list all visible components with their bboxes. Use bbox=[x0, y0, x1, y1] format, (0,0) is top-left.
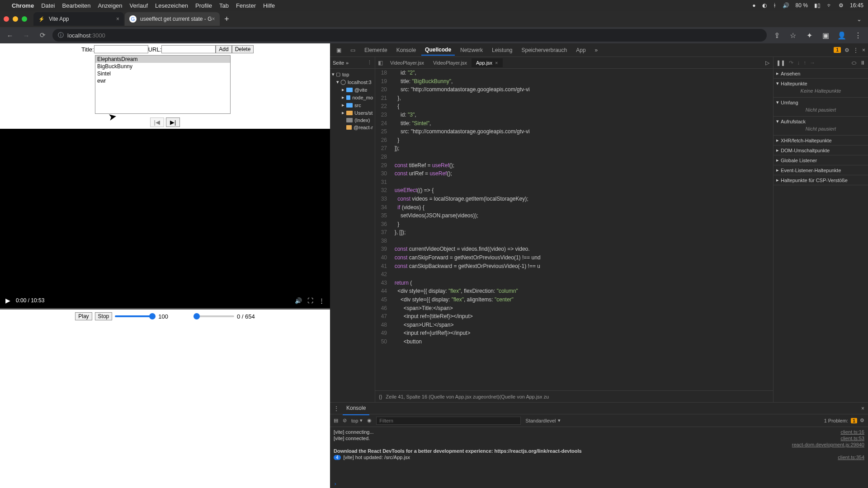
dt-tab-elements[interactable]: Elemente bbox=[361, 45, 391, 55]
tree-node[interactable]: @react-r bbox=[330, 124, 375, 131]
forward-button[interactable]: → bbox=[20, 29, 33, 42]
stop-button[interactable]: Stop bbox=[95, 312, 113, 320]
fullscreen-icon[interactable]: ⛶ bbox=[307, 297, 313, 304]
play-icon[interactable]: ▶ bbox=[5, 297, 10, 304]
prev-button[interactable]: |◀ bbox=[150, 117, 164, 127]
step-icon[interactable]: → bbox=[810, 60, 815, 66]
pause-exceptions-icon[interactable]: ⏸ bbox=[860, 60, 865, 66]
dt-tab-console[interactable]: Konsole bbox=[393, 45, 420, 55]
bookmark-icon[interactable]: ☆ bbox=[787, 29, 799, 42]
tree-node[interactable]: (Index) bbox=[330, 117, 375, 124]
close-icon[interactable]: × bbox=[861, 405, 864, 412]
menu-item[interactable]: Datei bbox=[41, 2, 55, 9]
menu-item[interactable]: Hilfe bbox=[263, 2, 275, 9]
event-section[interactable]: ▸ Event-Listener-Haltepunkte bbox=[776, 167, 865, 173]
breakpoints-section[interactable]: ▾ Haltepunkte bbox=[776, 80, 865, 86]
menu-item[interactable]: Verlauf bbox=[130, 2, 148, 9]
play-button[interactable]: Play bbox=[75, 312, 92, 320]
tree-node[interactable]: ▸ Users/st bbox=[330, 109, 375, 117]
dt-tab-performance[interactable]: Leistung bbox=[488, 45, 516, 55]
step-over-icon[interactable]: ↷ bbox=[789, 60, 793, 66]
menu-item[interactable]: Lesezeichen bbox=[155, 2, 188, 9]
list-item[interactable]: ewr bbox=[95, 77, 230, 84]
control-center-icon[interactable]: ⚙ bbox=[839, 2, 844, 9]
console-log[interactable]: [vite] connecting...client.ts:16[vite] c… bbox=[330, 427, 868, 480]
tree-node[interactable]: ▾ ◯ localhost:3 bbox=[330, 78, 375, 86]
deactivate-bp-icon[interactable]: ⬭ bbox=[852, 60, 856, 66]
sidebar-icon[interactable]: ▤ bbox=[334, 418, 338, 423]
device-icon[interactable]: ▭ bbox=[347, 45, 359, 55]
more-icon[interactable]: » bbox=[346, 60, 349, 66]
kebab-icon[interactable]: ⋮ bbox=[367, 60, 372, 66]
tree-node[interactable]: ▸ node_mo bbox=[330, 94, 375, 101]
eye-icon[interactable]: ◉ bbox=[367, 418, 372, 423]
add-button[interactable]: Add bbox=[216, 45, 231, 53]
close-icon[interactable]: × bbox=[116, 16, 119, 22]
site-info-icon[interactable]: ⓘ bbox=[58, 31, 64, 39]
dt-tab-memory[interactable]: Speicherverbrauch bbox=[518, 45, 571, 55]
close-icon[interactable]: × bbox=[495, 60, 498, 66]
extensions-icon[interactable]: ✦ bbox=[803, 29, 816, 42]
dt-tab-app[interactable]: App bbox=[572, 45, 589, 55]
callstack-section[interactable]: ▾ Aufrufstack bbox=[776, 118, 865, 124]
share-icon[interactable]: ⇪ bbox=[770, 29, 783, 42]
step-into-icon[interactable]: ↓ bbox=[797, 60, 800, 66]
volume-slider[interactable] bbox=[115, 315, 156, 317]
clear-icon[interactable]: ⊘ bbox=[343, 418, 347, 423]
run-icon[interactable]: ▷ bbox=[762, 60, 773, 66]
menu-item[interactable]: Fenster bbox=[236, 2, 256, 9]
editor-nav-icon[interactable]: ◧ bbox=[375, 60, 386, 66]
more-icon[interactable]: ⋮ bbox=[319, 297, 325, 304]
window-minimize-icon[interactable] bbox=[13, 16, 18, 22]
csp-section[interactable]: ▸ Haltepunkte für CSP-Verstöße bbox=[776, 177, 865, 183]
dom-section[interactable]: ▸ DOM-Umschaltpunkte bbox=[776, 147, 865, 153]
list-item[interactable]: BigBuckBunny bbox=[95, 63, 230, 70]
video-list[interactable]: ElephantsDream BigBuckBunny Sintel ewr bbox=[95, 55, 231, 114]
level-selector[interactable]: Standardlevel ▾ bbox=[525, 418, 560, 423]
bluetooth-icon[interactable]: ᚼ bbox=[773, 2, 776, 9]
problems-count[interactable]: 1 bbox=[851, 418, 857, 423]
menu-icon[interactable]: ⋮ bbox=[852, 29, 864, 42]
close-icon[interactable]: × bbox=[212, 16, 215, 22]
new-tab-button[interactable]: + bbox=[221, 13, 233, 25]
tree-node[interactable]: ▸ src bbox=[330, 101, 375, 109]
settings-icon[interactable]: ⚙ bbox=[860, 418, 864, 423]
back-button[interactable]: ← bbox=[4, 29, 16, 42]
warning-badge[interactable]: 1 bbox=[834, 47, 841, 53]
drawer-menu-icon[interactable]: ⋮ bbox=[334, 405, 339, 412]
position-slider[interactable] bbox=[193, 315, 234, 317]
scope-section[interactable]: ▾ Umfang bbox=[776, 99, 865, 105]
menu-item[interactable]: Profile bbox=[195, 2, 212, 9]
delete-button[interactable]: Delete bbox=[232, 45, 254, 53]
settings-icon[interactable]: ⚙ bbox=[844, 47, 849, 53]
more-tabs-icon[interactable]: » bbox=[591, 45, 602, 55]
page-tab[interactable]: Seite bbox=[333, 60, 344, 66]
tree-node[interactable]: ▸ @vite bbox=[330, 86, 375, 94]
dt-tab-sources[interactable]: Quellcode bbox=[421, 45, 455, 56]
list-item[interactable]: ElephantsDream bbox=[95, 56, 230, 63]
app-name[interactable]: Chrome bbox=[12, 2, 34, 9]
watch-section[interactable]: ▸ Ansehen bbox=[776, 70, 865, 76]
braces-icon[interactable]: {} bbox=[379, 394, 382, 399]
dt-close-icon[interactable]: × bbox=[862, 47, 865, 53]
reload-button[interactable]: ⟳ bbox=[36, 29, 49, 42]
volume-icon[interactable]: 🔊 bbox=[783, 2, 789, 9]
menu-item[interactable]: Bearbeiten bbox=[62, 2, 90, 9]
title-input[interactable] bbox=[94, 45, 148, 53]
console-prompt[interactable]: › bbox=[330, 480, 868, 488]
tree-node[interactable]: ▾ ▢ top bbox=[330, 70, 375, 78]
xhr-section[interactable]: ▸ XHR/fetch-Haltepunkte bbox=[776, 137, 865, 143]
volume-icon[interactable]: 🔊 bbox=[295, 297, 302, 304]
profile-icon[interactable]: 👤 bbox=[835, 29, 848, 42]
dt-tab-network[interactable]: Netzwerk bbox=[457, 45, 486, 55]
console-tab[interactable]: Konsole bbox=[343, 402, 369, 415]
url-input[interactable] bbox=[161, 45, 216, 53]
address-bar[interactable]: ⓘ localhost:3000 bbox=[52, 29, 767, 42]
tab-overflow-icon[interactable]: ⌄ bbox=[857, 16, 864, 23]
global-section[interactable]: ▸ Globale Listener bbox=[776, 157, 865, 163]
wifi-icon[interactable]: ᯤ bbox=[827, 2, 832, 9]
window-maximize-icon[interactable] bbox=[22, 16, 27, 22]
editor-tab[interactable]: App.jsx× bbox=[472, 58, 503, 67]
context-selector[interactable]: top ▾ bbox=[351, 418, 363, 423]
dt-menu-icon[interactable]: ⋮ bbox=[853, 47, 859, 53]
